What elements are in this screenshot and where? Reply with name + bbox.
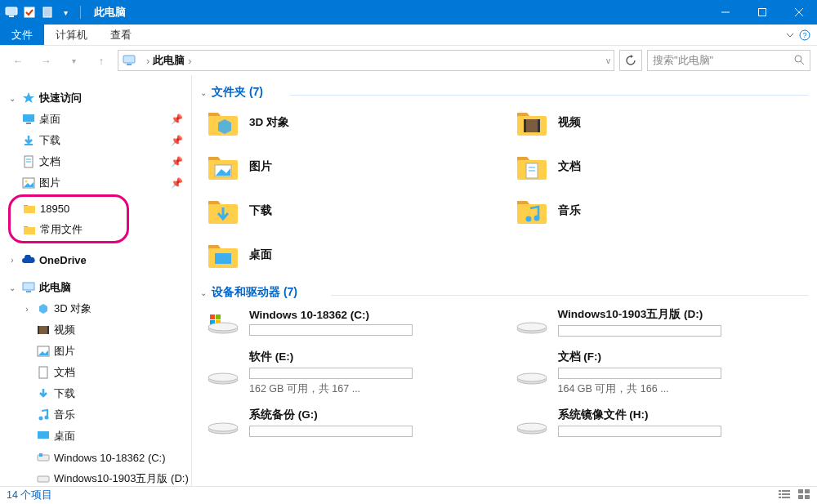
svg-point-12	[795, 56, 801, 62]
search-box[interactable]: 搜索"此电脑"	[647, 50, 810, 71]
expand-icon[interactable]: ⌄	[7, 283, 18, 292]
sidebar-pc-drive-d[interactable]: Windows10-1903五月版 (D:)	[0, 469, 191, 486]
svg-rect-78	[805, 489, 810, 493]
folder-music[interactable]: 音乐	[509, 190, 810, 231]
svg-rect-23	[24, 227, 35, 234]
tab-file[interactable]: 文件	[0, 25, 44, 45]
close-button[interactable]	[780, 0, 817, 25]
separator-icon: ›	[146, 55, 150, 67]
refresh-button[interactable]	[619, 50, 642, 71]
star-icon	[21, 91, 36, 105]
sidebar-item-common[interactable]: 常用文件	[11, 220, 127, 239]
drive-icon	[205, 356, 241, 390]
pin-icon: 📌	[171, 177, 183, 189]
3d-icon	[36, 301, 51, 316]
folder-documents[interactable]: 文档	[509, 146, 810, 187]
tiles-view-icon[interactable]	[797, 488, 810, 502]
chevron-down-icon[interactable]: v	[606, 56, 610, 65]
search-icon	[793, 54, 805, 68]
search-placeholder: 搜索"此电脑"	[653, 53, 713, 68]
drive-label: Windows10-1903五月版 (D:)	[558, 307, 805, 322]
separator-icon: ›	[188, 55, 191, 67]
svg-rect-75	[779, 497, 781, 498]
collapse-icon[interactable]: ⌄	[200, 288, 207, 297]
folder-3dobjects[interactable]: 3D 对象	[200, 102, 501, 143]
folder-pictures[interactable]: 图片	[200, 146, 501, 187]
svg-rect-3	[43, 7, 51, 17]
forward-button[interactable]: →	[34, 49, 57, 72]
back-button[interactable]: ←	[7, 49, 29, 72]
drive-item[interactable]: 系统备份 (G:)	[200, 403, 501, 444]
svg-rect-26	[38, 326, 49, 334]
sidebar-pc-music[interactable]: 音乐	[0, 405, 191, 425]
sidebar-item-desktop[interactable]: 桌面📌	[0, 109, 191, 129]
folder-icon	[22, 222, 37, 237]
sidebar-item-pictures[interactable]: 图片📌	[0, 173, 191, 193]
sidebar-item-label: Windows 10-18362 (C:)	[54, 452, 191, 464]
tab-view[interactable]: 查看	[99, 25, 143, 45]
sidebar-item-documents[interactable]: 文档📌	[0, 152, 191, 172]
ribbon-tabs: 文件 计算机 查看 ?	[0, 25, 817, 46]
item-label: 图片	[249, 159, 496, 174]
details-view-icon[interactable]	[778, 488, 791, 502]
group-folders[interactable]: ⌄ 文件夹 (7)	[200, 85, 809, 100]
svg-point-68	[208, 423, 238, 431]
download-icon	[36, 386, 51, 401]
checkbox-icon[interactable]	[23, 7, 36, 18]
sidebar-item-label: 3D 对象	[54, 301, 191, 316]
ribbon-expand[interactable]: ?	[786, 25, 817, 45]
window-title: 此电脑	[94, 5, 126, 20]
drive-icon	[514, 306, 550, 340]
drive-item[interactable]: 软件 (E:)162 GB 可用，共 167 ...	[200, 346, 501, 399]
svg-point-70	[517, 423, 547, 431]
svg-rect-25	[26, 291, 31, 292]
drive-item[interactable]: Windows 10-18362 (C:)	[200, 302, 501, 343]
desktop-icon	[36, 429, 51, 444]
drive-item[interactable]: Windows10-1903五月版 (D:)	[509, 302, 810, 343]
expand-icon[interactable]: ›	[21, 305, 33, 314]
properties-icon[interactable]	[41, 7, 54, 18]
sidebar-item-label: 文档	[39, 154, 167, 169]
sidebar-item-downloads[interactable]: 下载📌	[0, 131, 191, 150]
item-label: 文档	[558, 159, 805, 174]
folder-downloads[interactable]: 下载	[200, 190, 501, 231]
sidebar-item-label: 此电脑	[39, 280, 191, 295]
sidebar-this-pc[interactable]: ⌄此电脑	[0, 278, 191, 297]
drive-label: 系统镜像文件 (H:)	[558, 408, 805, 422]
sidebar-quick-access[interactable]: ⌄ 快速访问	[0, 88, 191, 108]
folder-desktop[interactable]: 桌面	[200, 234, 501, 275]
folder-videos[interactable]: 视频	[509, 102, 810, 143]
sidebar-pc-videos[interactable]: 视频	[0, 320, 191, 340]
drive-item[interactable]: 系统镜像文件 (H:)	[509, 403, 810, 444]
maximize-button[interactable]	[743, 0, 780, 25]
sidebar-item-label: 下载	[54, 386, 191, 401]
sidebar-pc-documents[interactable]: 文档	[0, 363, 191, 382]
sidebar-pc-drive-c[interactable]: Windows 10-18362 (C:)	[0, 448, 191, 467]
minimize-button[interactable]	[707, 0, 743, 25]
recent-locations-button[interactable]: ▾	[62, 49, 85, 72]
group-devices[interactable]: ⌄ 设备和驱动器 (7)	[200, 285, 809, 300]
svg-rect-14	[23, 114, 34, 122]
sidebar-pc-desktop[interactable]: 桌面	[0, 426, 191, 446]
collapse-icon[interactable]: ⌄	[200, 88, 207, 97]
sidebar-pc-pictures[interactable]: 图片	[0, 341, 191, 361]
sidebar-pc-downloads[interactable]: 下载	[0, 384, 191, 404]
drive-label: 文档 (F:)	[558, 350, 805, 364]
address-bar[interactable]: › 此电脑 › v	[118, 50, 614, 71]
up-button[interactable]: ↑	[90, 49, 113, 72]
qat-chevron-icon[interactable]: ▾	[59, 7, 72, 18]
sidebar-onedrive[interactable]: ›OneDrive	[0, 250, 191, 270]
svg-rect-30	[39, 367, 47, 378]
svg-rect-74	[782, 493, 790, 495]
expand-icon[interactable]: ›	[7, 256, 18, 265]
sidebar-item-18950[interactable]: 18950	[11, 198, 127, 218]
sidebar-pc-3dobjects[interactable]: ›3D 对象	[0, 299, 191, 319]
tab-computer[interactable]: 计算机	[44, 25, 99, 45]
svg-rect-79	[798, 495, 803, 499]
drive-item[interactable]: 文档 (F:)164 GB 可用，共 166 ...	[509, 346, 810, 399]
svg-point-66	[517, 373, 547, 381]
svg-point-21	[25, 181, 28, 183]
expand-icon[interactable]: ⌄	[7, 94, 18, 103]
svg-rect-11	[127, 64, 132, 65]
breadcrumb-root[interactable]: 此电脑	[153, 53, 185, 68]
